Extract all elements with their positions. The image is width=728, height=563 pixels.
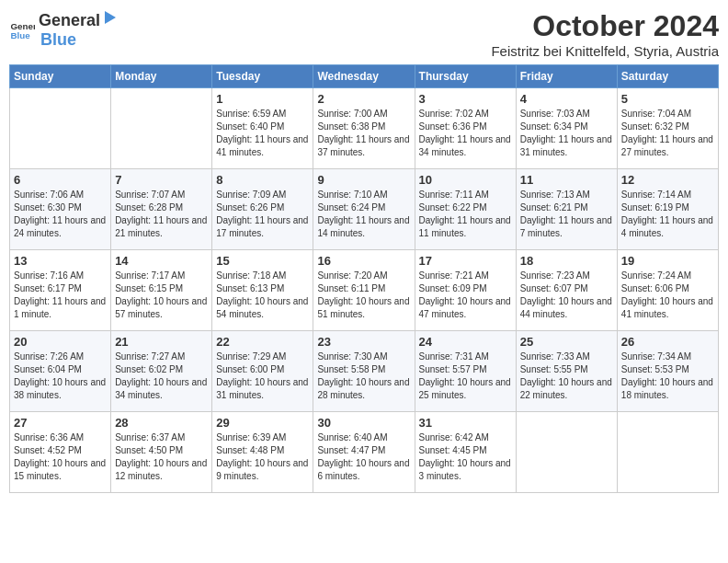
calendar-cell: 28Sunrise: 6:37 AM Sunset: 4:50 PM Dayli… — [111, 412, 212, 493]
week-row-5: 27Sunrise: 6:36 AM Sunset: 4:52 PM Dayli… — [10, 412, 719, 493]
logo-general-text: General — [39, 11, 100, 30]
day-info: Sunrise: 7:29 AM Sunset: 6:00 PM Dayligh… — [216, 350, 309, 402]
day-info: Sunrise: 7:16 AM Sunset: 6:17 PM Dayligh… — [14, 270, 107, 321]
weekday-header-friday: Friday — [516, 65, 617, 88]
day-number: 7 — [115, 173, 208, 187]
day-number: 30 — [317, 416, 410, 430]
day-number: 31 — [419, 416, 512, 430]
day-number: 25 — [520, 335, 613, 349]
day-number: 23 — [317, 335, 410, 349]
week-row-2: 6Sunrise: 7:06 AM Sunset: 6:30 PM Daylig… — [10, 169, 719, 250]
day-number: 20 — [14, 335, 107, 349]
calendar-cell: 1Sunrise: 6:59 AM Sunset: 6:40 PM Daylig… — [212, 88, 313, 169]
day-number: 26 — [621, 335, 714, 349]
day-number: 15 — [216, 254, 309, 268]
day-info: Sunrise: 7:00 AM Sunset: 6:38 PM Dayligh… — [317, 108, 410, 159]
calendar-cell: 23Sunrise: 7:30 AM Sunset: 5:58 PM Dayli… — [313, 331, 415, 412]
day-info: Sunrise: 7:14 AM Sunset: 6:19 PM Dayligh… — [621, 189, 714, 240]
calendar-cell: 13Sunrise: 7:16 AM Sunset: 6:17 PM Dayli… — [10, 250, 111, 331]
calendar-cell: 18Sunrise: 7:23 AM Sunset: 6:07 PM Dayli… — [516, 250, 617, 331]
calendar-cell: 10Sunrise: 7:11 AM Sunset: 6:22 PM Dayli… — [415, 169, 516, 250]
weekday-header-saturday: Saturday — [617, 65, 718, 88]
day-info: Sunrise: 6:39 AM Sunset: 4:48 PM Dayligh… — [216, 431, 309, 483]
calendar-cell: 21Sunrise: 7:27 AM Sunset: 6:02 PM Dayli… — [111, 331, 212, 412]
calendar-cell: 20Sunrise: 7:26 AM Sunset: 6:04 PM Dayli… — [10, 331, 111, 412]
day-number: 1 — [216, 92, 309, 106]
day-info: Sunrise: 7:06 AM Sunset: 6:30 PM Dayligh… — [14, 189, 107, 240]
day-info: Sunrise: 7:23 AM Sunset: 6:07 PM Dayligh… — [520, 270, 613, 321]
day-number: 16 — [317, 254, 410, 268]
day-number: 11 — [520, 173, 613, 187]
day-info: Sunrise: 7:04 AM Sunset: 6:32 PM Dayligh… — [621, 108, 714, 159]
day-info: Sunrise: 7:10 AM Sunset: 6:24 PM Dayligh… — [317, 189, 410, 240]
weekday-header-thursday: Thursday — [415, 65, 516, 88]
logo-arrow-icon — [101, 9, 118, 26]
calendar-cell: 17Sunrise: 7:21 AM Sunset: 6:09 PM Dayli… — [415, 250, 516, 331]
day-info: Sunrise: 7:33 AM Sunset: 5:55 PM Dayligh… — [520, 350, 613, 402]
calendar-cell — [111, 88, 212, 169]
day-number: 18 — [520, 254, 613, 268]
calendar-cell: 4Sunrise: 7:03 AM Sunset: 6:34 PM Daylig… — [516, 88, 617, 169]
day-number: 24 — [419, 335, 512, 349]
day-number: 5 — [621, 92, 714, 106]
month-title: October 2024 — [491, 9, 719, 43]
svg-marker-3 — [105, 11, 116, 24]
day-info: Sunrise: 7:26 AM Sunset: 6:04 PM Dayligh… — [14, 350, 107, 402]
calendar-cell — [516, 412, 617, 493]
day-number: 14 — [115, 254, 208, 268]
day-number: 28 — [115, 416, 208, 430]
day-info: Sunrise: 7:13 AM Sunset: 6:21 PM Dayligh… — [520, 189, 613, 240]
day-number: 3 — [419, 92, 512, 106]
day-info: Sunrise: 7:34 AM Sunset: 5:53 PM Dayligh… — [621, 350, 714, 402]
calendar-cell: 16Sunrise: 7:20 AM Sunset: 6:11 PM Dayli… — [313, 250, 415, 331]
day-info: Sunrise: 7:30 AM Sunset: 5:58 PM Dayligh… — [317, 350, 410, 402]
day-info: Sunrise: 7:03 AM Sunset: 6:34 PM Dayligh… — [520, 108, 613, 159]
day-number: 19 — [621, 254, 714, 268]
weekday-header-sunday: Sunday — [10, 65, 111, 88]
weekday-header-monday: Monday — [111, 65, 212, 88]
weekday-header-wednesday: Wednesday — [313, 65, 415, 88]
week-row-3: 13Sunrise: 7:16 AM Sunset: 6:17 PM Dayli… — [10, 250, 719, 331]
calendar-cell: 12Sunrise: 7:14 AM Sunset: 6:19 PM Dayli… — [617, 169, 718, 250]
day-number: 29 — [216, 416, 309, 430]
logo: General Blue General Blue — [9, 9, 119, 50]
title-block: October 2024 Feistritz bei Knittelfeld, … — [491, 9, 719, 59]
weekday-row: SundayMondayTuesdayWednesdayThursdayFrid… — [10, 65, 719, 88]
day-info: Sunrise: 6:42 AM Sunset: 4:45 PM Dayligh… — [419, 431, 512, 483]
calendar-cell: 24Sunrise: 7:31 AM Sunset: 5:57 PM Dayli… — [415, 331, 516, 412]
calendar-cell: 8Sunrise: 7:09 AM Sunset: 6:26 PM Daylig… — [212, 169, 313, 250]
calendar-cell: 30Sunrise: 6:40 AM Sunset: 4:47 PM Dayli… — [313, 412, 415, 493]
calendar-cell: 15Sunrise: 7:18 AM Sunset: 6:13 PM Dayli… — [212, 250, 313, 331]
day-info: Sunrise: 7:27 AM Sunset: 6:02 PM Dayligh… — [115, 350, 208, 402]
week-row-4: 20Sunrise: 7:26 AM Sunset: 6:04 PM Dayli… — [10, 331, 719, 412]
day-number: 6 — [14, 173, 107, 187]
calendar-cell: 26Sunrise: 7:34 AM Sunset: 5:53 PM Dayli… — [617, 331, 718, 412]
calendar-cell: 2Sunrise: 7:00 AM Sunset: 6:38 PM Daylig… — [313, 88, 415, 169]
day-info: Sunrise: 7:20 AM Sunset: 6:11 PM Dayligh… — [317, 270, 410, 321]
day-number: 2 — [317, 92, 410, 106]
weekday-header-tuesday: Tuesday — [212, 65, 313, 88]
calendar-cell — [617, 412, 718, 493]
logo-blue-text: Blue — [40, 30, 76, 49]
calendar-table: SundayMondayTuesdayWednesdayThursdayFrid… — [9, 64, 719, 493]
calendar-header: SundayMondayTuesdayWednesdayThursdayFrid… — [10, 65, 719, 88]
day-info: Sunrise: 7:21 AM Sunset: 6:09 PM Dayligh… — [419, 270, 512, 321]
calendar-cell: 31Sunrise: 6:42 AM Sunset: 4:45 PM Dayli… — [415, 412, 516, 493]
calendar-cell: 29Sunrise: 6:39 AM Sunset: 4:48 PM Dayli… — [212, 412, 313, 493]
day-info: Sunrise: 6:36 AM Sunset: 4:52 PM Dayligh… — [14, 431, 107, 483]
calendar-cell: 14Sunrise: 7:17 AM Sunset: 6:15 PM Dayli… — [111, 250, 212, 331]
day-info: Sunrise: 7:09 AM Sunset: 6:26 PM Dayligh… — [216, 189, 309, 240]
calendar-cell: 9Sunrise: 7:10 AM Sunset: 6:24 PM Daylig… — [313, 169, 415, 250]
day-number: 10 — [419, 173, 512, 187]
day-info: Sunrise: 7:18 AM Sunset: 6:13 PM Dayligh… — [216, 270, 309, 321]
day-info: Sunrise: 6:59 AM Sunset: 6:40 PM Dayligh… — [216, 108, 309, 159]
day-number: 4 — [520, 92, 613, 106]
day-info: Sunrise: 6:37 AM Sunset: 4:50 PM Dayligh… — [115, 431, 208, 483]
logo-icon: General Blue — [9, 17, 35, 42]
day-info: Sunrise: 7:11 AM Sunset: 6:22 PM Dayligh… — [419, 189, 512, 240]
day-info: Sunrise: 7:24 AM Sunset: 6:06 PM Dayligh… — [621, 270, 714, 321]
svg-text:Blue: Blue — [10, 30, 30, 40]
calendar-cell — [10, 88, 111, 169]
day-number: 8 — [216, 173, 309, 187]
day-info: Sunrise: 7:31 AM Sunset: 5:57 PM Dayligh… — [419, 350, 512, 402]
